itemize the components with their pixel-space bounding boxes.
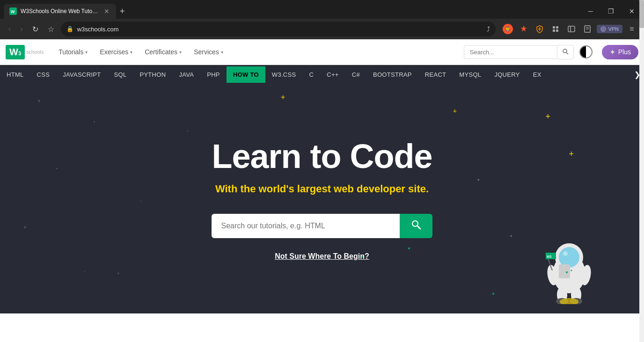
hero-search-input[interactable]: [212, 214, 399, 238]
hero-section: + + ✦ + + + + + ✦ Learn to Code With the…: [0, 84, 644, 313]
svg-point-32: [571, 270, 572, 271]
bookmarks-icon[interactable]: [581, 22, 594, 36]
plus-button[interactable]: ✦ Plus: [602, 45, 638, 59]
svg-rect-6: [568, 26, 575, 32]
svg-text:W3: W3: [547, 255, 552, 258]
brave-icon[interactable]: 🦁: [501, 22, 514, 36]
subnav-item-react[interactable]: REACT: [418, 66, 453, 83]
plus-1: +: [453, 107, 457, 115]
extensions-icon[interactable]: [549, 22, 562, 36]
lock-icon: 🔒: [66, 26, 73, 32]
address-input[interactable]: 🔒 w3schools.com ⤴: [61, 22, 496, 36]
forward-button[interactable]: ›: [17, 23, 25, 35]
subnav-item-c[interactable]: C: [303, 66, 321, 83]
svg-rect-5: [556, 29, 558, 32]
tab-bar: W W3Schools Online Web Tutoria... ✕ + ─ …: [0, 0, 644, 19]
nav-search-button[interactable]: [557, 45, 574, 59]
subnav-item-mysql[interactable]: MYSQL: [453, 66, 488, 83]
nav-search-input[interactable]: [464, 45, 557, 59]
w3schools-logo[interactable]: W 3 schools: [6, 45, 44, 59]
svg-text:W: W: [11, 9, 15, 14]
scrollbar-thumb[interactable]: [639, 0, 644, 28]
maximize-button[interactable]: ❐: [602, 4, 620, 19]
subnav-item-c#[interactable]: C#: [345, 66, 366, 83]
subnav-item-sql[interactable]: SQL: [108, 66, 133, 83]
star-1: +: [37, 98, 41, 104]
plus-3: +: [281, 93, 285, 102]
vpn-label: VPN: [608, 26, 619, 32]
star-5: ✦: [509, 233, 513, 239]
star-4: +: [117, 271, 120, 276]
tutorials-menu[interactable]: Tutorials ▾: [53, 44, 93, 59]
subnav-item-python[interactable]: PYTHON: [133, 66, 172, 83]
exercises-menu[interactable]: Exercises ▾: [94, 44, 138, 59]
main-navigation: W 3 schools Tutorials ▾ Exercises ▾ Cert…: [0, 39, 644, 65]
subnav-item-c++[interactable]: C++: [320, 66, 345, 83]
where-to-begin-link[interactable]: Not Sure Where To Begin?: [275, 252, 369, 260]
subnav-item-jquery[interactable]: JQUERY: [488, 66, 526, 83]
plus-4: +: [569, 149, 574, 159]
star-2: ✦: [476, 177, 480, 182]
svg-rect-26: [559, 264, 570, 278]
hero-search-form: [212, 214, 432, 238]
logo-3: 3: [18, 51, 21, 56]
svg-point-31: [566, 271, 568, 273]
tab-title: W3Schools Online Web Tutoria...: [21, 8, 99, 15]
services-chevron: ▾: [221, 50, 223, 55]
menu-button[interactable]: ≡: [625, 22, 638, 36]
shields-icon[interactable]: [533, 22, 546, 36]
subnav-item-html[interactable]: HTML: [0, 66, 30, 83]
bookmark-button[interactable]: ☆: [45, 23, 57, 36]
certificates-menu[interactable]: Certificates ▾: [139, 44, 187, 59]
new-tab-button[interactable]: +: [116, 5, 129, 18]
scrollbar[interactable]: [639, 0, 644, 342]
subnav-item-javascript[interactable]: JAVASCRIPT: [56, 66, 107, 83]
minimize-button[interactable]: ─: [583, 4, 599, 19]
tab-close-button[interactable]: ✕: [103, 7, 110, 15]
vpn-button[interactable]: VPN: [597, 25, 622, 33]
plus-label: Plus: [618, 48, 631, 56]
subnav-item-w3css[interactable]: W3.CSS: [265, 66, 303, 83]
browser-tab[interactable]: W W3Schools Online Web Tutoria... ✕: [4, 4, 116, 19]
back-button[interactable]: ‹: [6, 23, 14, 35]
share-icon[interactable]: ⤴: [487, 25, 490, 33]
hero-title: Learn to Code: [212, 137, 432, 175]
contrast-toggle[interactable]: [579, 45, 593, 58]
tab-right-icons: ─ ❐ ✕: [583, 4, 640, 19]
subnav-item-bootstrap[interactable]: BOOTSTRAP: [366, 66, 418, 83]
refresh-button[interactable]: ↻: [29, 23, 41, 36]
subnav-item-css[interactable]: CSS: [30, 66, 57, 83]
exercises-chevron: ▾: [130, 50, 132, 55]
svg-rect-2: [553, 26, 555, 29]
svg-rect-4: [553, 29, 555, 32]
logo-schools: schools: [26, 49, 44, 55]
url-display: w3schools.com: [77, 26, 483, 33]
tab-favicon: W: [9, 7, 17, 15]
subnav-item-java[interactable]: JAVA: [172, 66, 200, 83]
sidebar-icon[interactable]: [565, 22, 578, 36]
hero-subtitle: With the world's largest web developer s…: [212, 183, 432, 195]
services-menu[interactable]: Services ▾: [188, 44, 229, 59]
subnav-item-php[interactable]: PHP: [200, 66, 227, 83]
svg-line-13: [566, 52, 568, 54]
close-window-button[interactable]: ✕: [623, 4, 640, 19]
subnav-item-how-to[interactable]: HOW TO: [227, 66, 265, 83]
hero-search-button[interactable]: [400, 214, 432, 238]
notification-icon[interactable]: [517, 22, 530, 36]
address-bar: ‹ › ↻ ☆ 🔒 w3schools.com ⤴ 🦁: [0, 19, 644, 39]
svg-rect-3: [556, 26, 558, 29]
nav-search: [464, 45, 574, 59]
subnav-items: HTMLCSSJAVASCRIPTSQLPYTHONJAVAPHPHOW TOW…: [0, 66, 630, 83]
tutorials-chevron: ▾: [85, 50, 88, 55]
browser-toolbar: 🦁: [501, 22, 638, 36]
svg-point-12: [563, 49, 567, 53]
dot-1: [94, 121, 95, 123]
star-3: +: [23, 224, 27, 231]
dot-4: [140, 201, 141, 202]
svg-line-15: [417, 226, 420, 229]
subnav-item-ex[interactable]: EX: [527, 66, 548, 83]
plus-sparkle-icon: ✦: [609, 48, 615, 57]
logo-w: W: [9, 47, 18, 58]
dot-2: [56, 168, 58, 169]
astronaut-illustration: W3: [532, 229, 607, 304]
